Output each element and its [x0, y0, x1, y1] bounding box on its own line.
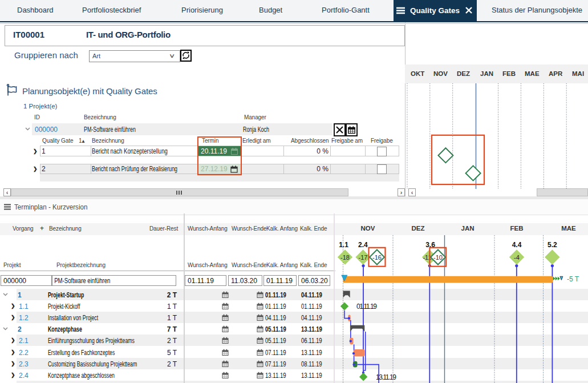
svg-text:DEZ: DEZ	[412, 225, 425, 232]
svg-text:1.1: 1.1	[339, 241, 348, 249]
svg-text:MAE: MAE	[561, 225, 576, 232]
svg-text:-16: -16	[372, 254, 382, 261]
svg-text:-10: -10	[433, 254, 443, 261]
svg-text:5.2: 5.2	[548, 241, 557, 249]
svg-text:2.4: 2.4	[358, 241, 368, 249]
svg-text:13.11.19: 13.11.19	[376, 373, 396, 381]
svg-text:4.4: 4.4	[512, 241, 522, 249]
svg-text:FEB: FEB	[510, 225, 524, 232]
svg-text:NOV: NOV	[361, 225, 375, 232]
svg-text:01.11.19: 01.11.19	[356, 303, 377, 311]
svg-text:-18: -18	[340, 254, 350, 261]
svg-text:-5 T: -5 T	[567, 275, 579, 283]
svg-text:-4: -4	[514, 254, 520, 261]
svg-text:-17: -17	[359, 254, 368, 261]
svg-text:JAN: JAN	[461, 225, 474, 232]
